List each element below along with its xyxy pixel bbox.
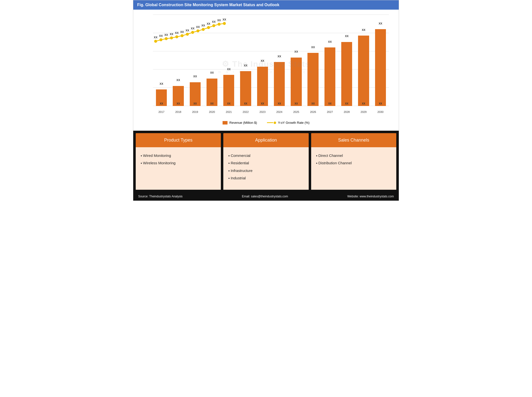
bar-group-2022: XXXX2022 [237,15,254,106]
category-item: •Wireless Monitoring [141,160,216,167]
bullet-icon: • [141,152,142,160]
bar-bottom-label-2025: XX [295,102,298,105]
legend-growth: Y-oY Growth Rate (%) [267,121,310,125]
bullet-icon: • [228,152,230,160]
category-item: •Residential [228,160,304,167]
legend-line-icon [267,122,276,124]
bar-2026: XX [307,53,318,106]
bar-group-2026: XXXX2026 [305,15,322,106]
category-item: •Distribution Channel [316,160,391,167]
bar-top-label-2028: XX [345,35,349,38]
bar-2018: XX [173,86,184,106]
category-item: •Direct Channel [316,152,391,160]
bar-2024: XX [274,62,285,106]
main-container: Fig. Global Construction Site Monitoring… [133,0,399,201]
bar-bottom-label-2017: XX [160,102,163,105]
bar-group-2025: XXXX2025 [288,15,304,106]
category-sales-channels: Sales Channels•Direct Channel•Distributi… [311,133,396,190]
bar-top-label-2026: XX [311,46,315,49]
category-item: •Commercial [228,152,304,160]
bar-2020: XX [207,79,217,106]
bar-group-2030: XXXX2030 [372,15,389,106]
bars-container: XXXX2017XXXX2018XXXX2019XXXX2020XXXX2021… [153,15,389,106]
bar-year-2022: 2022 [243,110,248,113]
bar-top-label-2020: XX [210,71,214,74]
bullet-icon: • [316,160,318,167]
category-application: Application•Commercial•Residential•Infra… [223,133,308,190]
category-body-product-types: •Wired Monitoring•Wireless Monitoring [136,147,221,190]
bar-year-2023: 2023 [260,110,266,113]
bar-group-2023: XXXX2023 [254,15,271,106]
bar-bottom-label-2028: XX [345,102,348,105]
title-text: Fig. Global Construction Site Monitoring… [137,3,279,7]
bar-year-2019: 2019 [192,110,198,113]
bar-group-2027: XXXX2027 [322,15,338,106]
legend-revenue-label: Revenue (Million $) [229,121,257,125]
chart-title: Fig. Global Construction Site Monitoring… [133,0,399,10]
category-product-types: Product Types•Wired Monitoring•Wireless … [136,133,221,190]
bullet-icon: • [228,175,230,182]
bar-group-2018: XXXX2018 [170,15,187,106]
bullet-icon: • [141,160,142,167]
bar-year-2020: 2020 [209,110,215,113]
category-item: •Industrial [228,175,304,182]
bar-bottom-label-2024: XX [278,102,281,105]
bar-year-2021: 2021 [226,110,232,113]
category-item-text: Residential [231,160,249,167]
legend-line-line [267,122,273,123]
bar-2021: XX [223,75,234,106]
bar-bottom-label-2029: XX [362,102,365,105]
category-item-text: Distribution Channel [318,160,352,167]
bar-bottom-label-2020: XX [210,102,213,105]
bar-year-2028: 2028 [344,110,350,113]
bar-year-2025: 2025 [293,110,299,113]
bar-2017: XX [156,89,167,106]
footer-website: Website: www.theindustrystats.com [347,195,394,198]
bar-year-2018: 2018 [175,110,181,113]
bullet-icon: • [228,160,230,167]
chart-area: ⚙ The Industry Stats m a r k e t r e s e… [133,10,399,131]
category-header-application: Application [223,133,308,147]
bar-2029: XX [358,36,369,106]
category-item-text: Infrastructure [231,167,252,174]
category-item-text: Wired Monitoring [143,152,171,159]
category-header-product-types: Product Types [136,133,221,147]
bar-bottom-label-2023: XX [261,102,264,105]
bar-top-label-2022: XX [244,64,247,67]
bar-year-2030: 2030 [378,110,383,113]
bar-2022: XX [240,71,251,106]
category-item-text: Direct Channel [318,152,343,159]
bar-top-label-2027: XX [328,40,332,43]
category-header-sales-channels: Sales Channels [311,133,396,147]
category-item-text: Wireless Monitoring [143,160,176,167]
bar-top-label-2024: XX [278,55,281,58]
legend-bar-icon [223,121,228,125]
bar-top-label-2019: XX [193,75,197,78]
bar-2027: XX [324,47,335,106]
bar-bottom-label-2022: XX [244,102,247,105]
bar-bottom-label-2018: XX [177,102,180,105]
category-body-sales-channels: •Direct Channel•Distribution Channel [311,147,396,190]
bar-bottom-label-2019: XX [193,102,197,105]
category-item: •Infrastructure [228,167,304,175]
bar-group-2017: XXXX2017 [153,15,170,106]
bar-top-label-2023: XX [261,59,264,62]
category-item-text: Commercial [231,152,250,159]
bar-bottom-label-2030: XX [379,102,382,105]
bar-2023: XX [257,67,268,106]
bar-group-2028: XXXX2028 [338,15,355,106]
bar-year-2017: 2017 [158,110,164,113]
bar-top-label-2029: XX [362,28,365,31]
bar-year-2029: 2029 [361,110,366,113]
bar-2019: XX [190,82,201,106]
category-item: •Wired Monitoring [141,152,216,160]
footer-source: Source: Theindustrystats Analysis [138,195,183,198]
chart-legend: Revenue (Million $) Y-oY Growth Rate (%) [141,118,391,128]
bar-group-2029: XXXX2029 [355,15,372,106]
legend-growth-label: Y-oY Growth Rate (%) [278,121,310,125]
bar-year-2024: 2024 [276,110,282,113]
bar-2025: XX [291,58,302,106]
bar-group-2019: XXXX2019 [187,15,204,106]
bar-top-label-2025: XX [294,50,298,53]
bar-bottom-label-2027: XX [328,102,331,105]
